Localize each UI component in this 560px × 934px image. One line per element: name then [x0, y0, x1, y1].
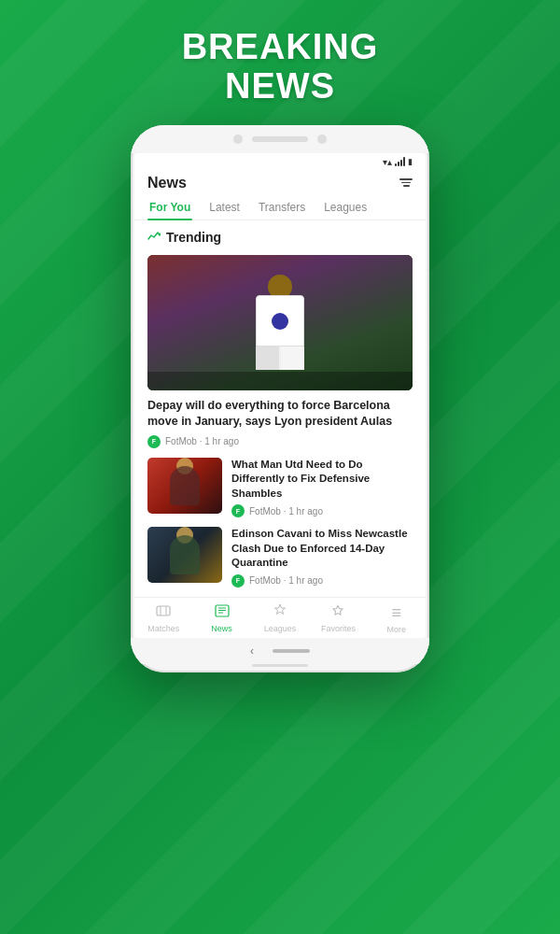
- article-row-1[interactable]: What Man Utd Need to Do Differently to F…: [147, 458, 413, 518]
- article-2-meta: F FotMob · 1 hr ago: [231, 574, 413, 587]
- article-1-info: What Man Utd Need to Do Differently to F…: [231, 458, 413, 518]
- tab-bar: For You Latest Transfers Leagues: [134, 195, 426, 220]
- phone-top-bar: [131, 125, 429, 153]
- status-icons: ▾▴ ▮: [383, 157, 413, 167]
- featured-source: FotMob · 1 hr ago: [165, 436, 239, 446]
- wifi-icon: ▾▴: [383, 157, 392, 167]
- tab-leagues[interactable]: Leagues: [322, 195, 369, 219]
- featured-headline: Depay will do everything to force Barcel…: [147, 398, 413, 431]
- article-2-title: Edinson Cavani to Miss Newcastle Clash D…: [231, 527, 413, 571]
- article-2-info: Edinson Cavani to Miss Newcastle Clash D…: [231, 527, 413, 587]
- nav-favorites[interactable]: Favorites: [309, 603, 367, 634]
- favorites-label: Favorites: [321, 624, 356, 633]
- signal-bars: [395, 157, 405, 166]
- favorites-icon: [330, 603, 345, 622]
- battery-icon: ▮: [408, 157, 413, 166]
- featured-image: [147, 255, 413, 390]
- leagues-icon: [273, 603, 287, 622]
- nav-more[interactable]: ≡ More: [368, 603, 426, 634]
- article-row-2[interactable]: Edinson Cavani to Miss Newcastle Clash D…: [147, 527, 413, 587]
- home-indicator[interactable]: [273, 649, 310, 653]
- phone-camera-2: [317, 134, 327, 144]
- back-arrow[interactable]: ‹: [250, 644, 254, 658]
- article-1-meta: F FotMob · 1 hr ago: [231, 504, 413, 517]
- tab-transfers[interactable]: Transfers: [257, 195, 307, 219]
- trending-title: Trending: [166, 230, 221, 245]
- news-icon: [215, 603, 230, 622]
- featured-article[interactable]: Depay will do everything to force Barcel…: [147, 255, 413, 448]
- phone-device: ▾▴ ▮ News For You: [131, 125, 429, 672]
- phone-camera: [233, 134, 243, 144]
- article-2-source-icon: F: [231, 574, 245, 587]
- matches-icon: [156, 603, 171, 622]
- phone-speaker: [252, 136, 308, 142]
- article-1-thumb: [147, 458, 222, 514]
- trending-section-header: Trending: [147, 230, 413, 246]
- content-area: Trending: [134, 220, 426, 597]
- nav-news[interactable]: News: [192, 603, 250, 634]
- tab-latest[interactable]: Latest: [207, 195, 242, 219]
- nav-leagues[interactable]: Leagues: [251, 603, 309, 634]
- article-1-source: FotMob · 1 hr ago: [249, 506, 323, 517]
- status-bar: ▾▴ ▮: [134, 153, 426, 169]
- featured-meta: F FotMob · 1 hr ago: [147, 435, 413, 448]
- more-label: More: [387, 625, 407, 634]
- matches-label: Matches: [147, 624, 179, 633]
- nav-matches[interactable]: Matches: [134, 603, 192, 634]
- article-1-source-icon: F: [231, 504, 245, 517]
- filter-button[interactable]: [399, 178, 413, 187]
- phone-bottom-bar: ‹: [131, 638, 429, 664]
- app-header: News: [134, 169, 426, 195]
- news-label: News: [211, 624, 232, 633]
- app-title: News: [147, 175, 187, 191]
- featured-source-icon: F: [147, 435, 161, 448]
- phone-scroll-indicator: [252, 664, 308, 667]
- breaking-news-header: BREAKING NEWS: [182, 28, 379, 106]
- article-2-thumb: [147, 527, 222, 583]
- article-2-source: FotMob · 1 hr ago: [249, 575, 323, 586]
- tab-for-you[interactable]: For You: [147, 195, 192, 219]
- article-1-title: What Man Utd Need to Do Differently to F…: [231, 458, 413, 502]
- svg-rect-1: [157, 606, 170, 616]
- phone-screen: ▾▴ ▮ News For You: [134, 153, 426, 638]
- trending-icon: [147, 230, 161, 246]
- bottom-nav: Matches News: [134, 597, 426, 638]
- leagues-label: Leagues: [264, 624, 297, 633]
- more-icon: ≡: [392, 603, 402, 623]
